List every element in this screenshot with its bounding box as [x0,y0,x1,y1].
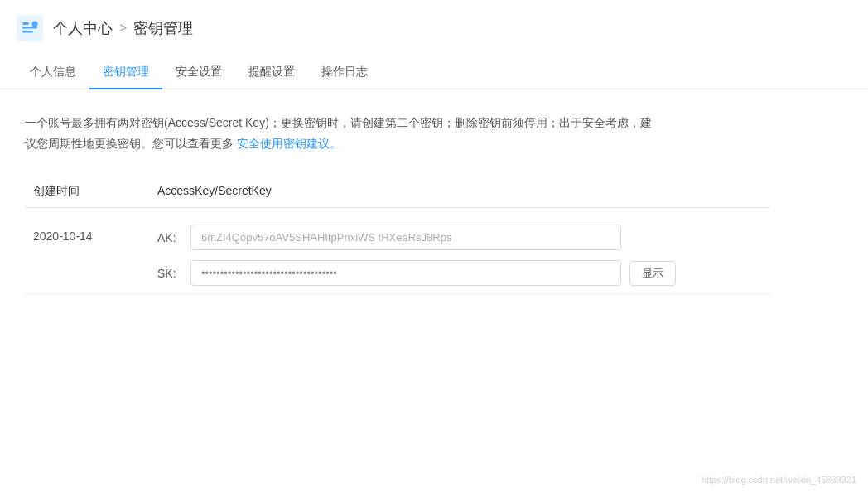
breadcrumb-separator: > [119,21,127,36]
page-content: 一个账号最多拥有两对密钥(Access/Secret Key)；更换密钥时，请创… [0,89,868,312]
watermark: https://blog.csdn.net/weixin_45839321 [702,475,856,485]
ak-input[interactable] [190,225,621,250]
breadcrumb-root: 个人中心 [53,18,113,38]
col-key-header: AccessKey/SecretKey [157,184,770,199]
col-date-header: 创建时间 [25,184,157,199]
personal-center-icon [17,15,43,41]
page-header: 个人中心 > 密钥管理 [0,0,868,53]
breadcrumb-current: 密钥管理 [133,18,193,38]
tab-log[interactable]: 操作日志 [308,56,381,89]
info-box: 一个账号最多拥有两对密钥(Access/Secret Key)；更换密钥时，请创… [25,113,654,154]
tab-bar: 个人信息 密钥管理 安全设置 提醒设置 操作日志 [0,56,868,89]
svg-rect-1 [22,22,29,25]
row-keys: AK: SK: 显示 [157,225,770,286]
ak-row: AK: [157,225,770,250]
sk-label: SK: [157,267,182,280]
table-header: 创建时间 AccessKey/SecretKey [25,177,770,208]
sk-input[interactable] [190,260,621,286]
table-row: 2020-10-14 AK: SK: 显示 [25,208,770,295]
breadcrumb: 个人中心 > 密钥管理 [53,18,193,38]
row-date: 2020-10-14 [25,225,157,243]
tab-security[interactable]: 安全设置 [162,56,235,89]
page-wrapper: 个人中心 > 密钥管理 个人信息 密钥管理 安全设置 提醒设置 操作日志 一个账… [0,0,868,493]
svg-rect-3 [22,31,33,33]
show-sk-button[interactable]: 显示 [629,261,676,286]
svg-point-4 [32,22,38,27]
tab-profile[interactable]: 个人信息 [17,56,89,89]
sk-row: SK: 显示 [157,260,770,286]
tab-keys[interactable]: 密钥管理 [89,56,162,89]
key-table: 创建时间 AccessKey/SecretKey 2020-10-14 AK: … [25,177,770,295]
ak-label: AK: [157,231,182,244]
tab-remind[interactable]: 提醒设置 [235,56,308,89]
info-link[interactable]: 安全使用密钥建议。 [237,137,341,150]
